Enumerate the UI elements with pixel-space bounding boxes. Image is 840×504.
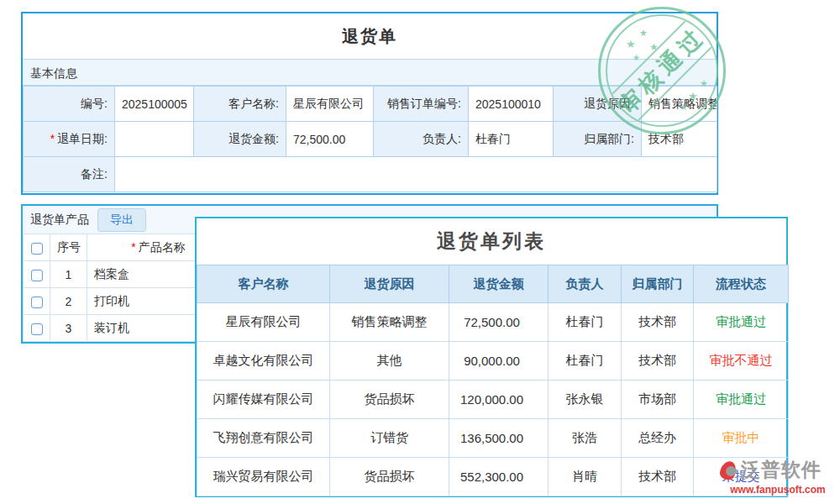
owner-value: 杜春门 [469,122,554,157]
status-badge: 审批不通过 [694,342,789,381]
customer-link[interactable]: 瑞兴贸易有限公司 [197,458,330,496]
owner-cell: 杜春门 [549,303,622,342]
export-button[interactable]: 导出 [97,208,146,232]
amount-cell: 120,000.00 [449,381,549,419]
row-index: 1 [50,261,87,288]
select-all-checkbox[interactable] [31,243,43,255]
status-badge: 审批通过 [694,381,789,419]
index-column-header: 序号 [50,234,87,261]
required-asterisk: * [50,132,55,145]
form-row-3: 备注: [24,157,717,192]
return-order-list-table: 客户名称 退货原因 退货金额 负责人 归属部门 流程状态 星辰有限公司 销售策略… [197,265,789,496]
return-date-field[interactable] [115,122,194,157]
fanpu-logo-icon [719,460,739,480]
dept-cell: 总经办 [622,419,694,458]
watermark-brand: 泛普软件 [741,457,822,483]
dept-cell: 技术部 [622,342,694,381]
form-title: 退货单 [23,13,717,59]
owner-cell: 杜春门 [549,342,622,381]
col-reason: 退货原因 [330,265,449,303]
list-row[interactable]: 闪耀传媒有限公司 货品损坏 120,000.00 张永银 市场部 审批通过 [197,381,789,419]
customer-link[interactable]: 闪耀传媒有限公司 [197,381,330,419]
dept-value: 技术部 [642,122,717,157]
return-order-list-dialog: 退货单列表 客户名称 退货原因 退货金额 负责人 归属部门 流程状态 星辰有限公… [195,217,788,497]
sales-order-label: 销售订单编号: [374,87,469,122]
customer-label: 客户名称: [194,87,286,122]
row-checkbox[interactable] [31,323,43,335]
amount-label: 退货金额: [194,122,286,157]
return-date-label: *退单日期: [24,122,115,157]
customer-value: 星辰有限公司 [286,87,374,122]
col-status: 流程状态 [694,265,789,303]
customer-link[interactable]: 星辰有限公司 [197,303,330,342]
return-order-form-panel: 退货单 基本信息 编号: 2025100005 客户名称: 星辰有限公司 销售订… [21,12,718,195]
owner-cell: 张浩 [549,419,622,458]
col-customer: 客户名称 [197,265,330,303]
list-header-row: 客户名称 退货原因 退货金额 负责人 归属部门 流程状态 [197,265,789,303]
reason-cell: 货品损坏 [330,458,449,496]
col-owner: 负责人 [549,265,622,303]
amount-cell: 552,300.00 [449,458,549,496]
dept-cell: 技术部 [622,458,694,496]
dept-cell: 技术部 [622,303,694,342]
section-basic-info: 基本信息 [23,59,717,86]
reason-cell: 订错货 [330,419,449,458]
owner-cell: 张永银 [549,381,622,419]
reason-cell: 货品损坏 [330,381,449,419]
reason-value: 销售策略调整 [642,87,717,122]
reason-cell: 其他 [330,342,449,381]
owner-cell: 肖晴 [549,458,622,496]
list-row[interactable]: 瑞兴贸易有限公司 货品损坏 552,300.00 肖晴 技术部 未提交 [197,458,789,496]
status-badge: 审批通过 [694,303,789,342]
list-row[interactable]: 卓越文化有限公司 其他 90,000.00 杜春门 技术部 审批不通过 [197,342,789,381]
dept-label: 归属部门: [554,122,642,157]
number-label: 编号: [24,87,115,122]
form-row-1: 编号: 2025100005 客户名称: 星辰有限公司 销售订单编号: 2025… [24,87,717,122]
remark-field[interactable] [115,157,717,192]
vendor-watermark: 泛普软件 www.fanpusoft.com [719,457,837,496]
watermark-url: www.fanpusoft.com [719,484,837,496]
owner-label: 负责人: [374,122,469,157]
customer-link[interactable]: 卓越文化有限公司 [197,342,330,381]
row-index: 3 [50,315,87,342]
reason-label: 退货原因: [554,87,642,122]
amount-value: 72,500.00 [286,122,374,157]
row-checkbox[interactable] [31,270,43,281]
list-row[interactable]: 飞翔创意有限公司 订错货 136,500.00 张浩 总经办 审批中 [197,419,789,458]
dialog-title: 退货单列表 [197,218,786,265]
remark-label: 备注: [24,157,115,192]
required-asterisk: * [131,240,135,254]
form-row-2: *退单日期: 退货金额: 72,500.00 负责人: 杜春门 归属部门: 技术… [24,122,717,157]
select-all-cell [24,234,50,261]
page: 退货单 基本信息 编号: 2025100005 客户名称: 星辰有限公司 销售订… [0,0,840,504]
amount-cell: 90,000.00 [449,342,549,381]
row-index: 2 [50,288,87,315]
product-section-title: 退货单产品 [30,213,89,228]
reason-cell: 销售策略调整 [330,303,449,342]
col-dept: 归属部门 [622,265,694,303]
status-badge: 审批中 [694,419,789,458]
number-value: 2025100005 [115,87,194,122]
row-checkbox[interactable] [31,297,43,308]
basic-info-grid: 编号: 2025100005 客户名称: 星辰有限公司 销售订单编号: 2025… [23,86,717,192]
customer-link[interactable]: 飞翔创意有限公司 [197,419,330,458]
dept-cell: 市场部 [622,381,694,419]
amount-cell: 136,500.00 [449,419,549,458]
sales-order-value: 2025100010 [469,87,554,122]
col-amount: 退货金额 [449,265,549,303]
amount-cell: 72,500.00 [449,303,549,342]
list-row[interactable]: 星辰有限公司 销售策略调整 72,500.00 杜春门 技术部 审批通过 [197,303,789,342]
